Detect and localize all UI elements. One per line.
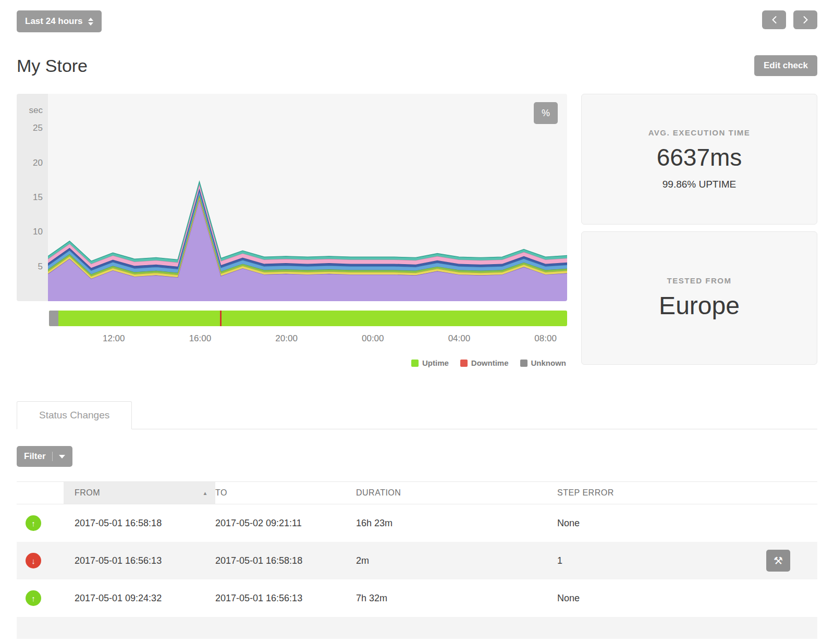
stacked-area-chart xyxy=(48,94,567,301)
area-series xyxy=(48,182,567,264)
tested-from-value: Europe xyxy=(659,291,740,320)
y-axis: sec 252015105 xyxy=(17,94,48,301)
cell-step-error: None xyxy=(557,593,760,604)
status-changes-table: FROM ▲ TO DURATION STEP ERROR ↑ 2017-05-… xyxy=(17,481,817,617)
tested-from-label: TESTED FROM xyxy=(667,276,732,285)
cell-to: 2017-05-02 09:21:11 xyxy=(215,518,356,529)
chevron-right-icon xyxy=(803,16,808,24)
x-tick-label: 04:00 xyxy=(448,333,471,344)
caret-down-icon xyxy=(59,455,65,459)
cell-from: 2017-05-01 09:24:32 xyxy=(64,593,215,604)
area-series xyxy=(48,184,567,268)
legend-label: Uptime xyxy=(422,358,449,367)
response-time-chart: sec 252015105 % xyxy=(17,94,567,301)
chart-plot-area: % xyxy=(48,94,567,301)
tested-from-card: TESTED FROM Europe xyxy=(581,231,817,365)
time-range-selector[interactable]: Last 24 hours xyxy=(17,10,102,32)
legend-item-uptime: Uptime xyxy=(411,358,449,367)
cell-duration: 2m xyxy=(356,555,557,566)
table-row[interactable]: ↑ 2017-05-01 16:58:18 2017-05-02 09:21:1… xyxy=(17,504,817,542)
chevron-left-icon xyxy=(771,16,777,24)
cell-step-error: None xyxy=(557,518,760,529)
column-header-from[interactable]: FROM ▲ xyxy=(64,482,215,504)
area-series-line xyxy=(48,182,567,262)
time-nav xyxy=(762,10,817,29)
prev-period-button[interactable] xyxy=(762,10,786,29)
x-axis: 12:0016:0020:0000:0004:0008:00 xyxy=(49,333,567,347)
status-down-icon: ↓ xyxy=(26,553,41,568)
y-tick-label: 25 xyxy=(33,123,43,133)
legend-label: Downtime xyxy=(471,358,509,367)
uptime-swatch-icon xyxy=(411,360,419,367)
column-header-duration[interactable]: DURATION xyxy=(356,488,557,498)
y-tick-label: 20 xyxy=(33,158,43,168)
cell-duration: 16h 23m xyxy=(356,518,557,529)
area-series-line xyxy=(48,184,567,264)
cell-from: 2017-05-01 16:56:13 xyxy=(64,555,215,566)
cell-duration: 7h 32m xyxy=(356,593,557,604)
uptime-timeline-bar[interactable] xyxy=(49,311,567,326)
y-tick-label: 10 xyxy=(33,227,43,237)
filter-button[interactable]: Filter xyxy=(17,446,72,467)
table-row-partial xyxy=(17,617,817,639)
chart-column: sec 252015105 % 12:0016:0020:0000:0004:0… xyxy=(17,94,567,367)
column-label: FROM xyxy=(75,488,100,498)
action-cell: ⚒ xyxy=(760,550,817,572)
filter-area: Filter xyxy=(17,446,817,467)
tab-bar: Status Changes xyxy=(17,401,817,429)
unknown-segment xyxy=(49,311,58,326)
cell-step-error: 1 xyxy=(557,555,760,566)
page-title: My Store xyxy=(17,56,88,76)
cell-to: 2017-05-01 16:58:18 xyxy=(215,555,356,566)
updown-sort-icon xyxy=(88,18,93,26)
table-header-row: FROM ▲ TO DURATION STEP ERROR xyxy=(17,481,817,504)
status-cell: ↑ xyxy=(17,590,64,606)
legend-label: Unknown xyxy=(531,358,567,367)
unknown-swatch-icon xyxy=(520,360,528,367)
cell-to: 2017-05-01 16:56:13 xyxy=(215,593,356,604)
area-series xyxy=(48,199,567,301)
status-cell: ↑ xyxy=(17,515,64,531)
avg-execution-card: AVG. EXECUTION TIME 6637ms 99.86% UPTIME xyxy=(581,94,817,225)
table-row[interactable]: ↓ 2017-05-01 16:56:13 2017-05-01 16:58:1… xyxy=(17,542,817,579)
button-divider xyxy=(52,452,53,461)
avg-execution-value: 6637ms xyxy=(657,143,742,171)
downtime-marker xyxy=(220,311,222,326)
status-up-icon: ↑ xyxy=(26,590,41,606)
x-tick-label: 08:00 xyxy=(534,333,557,344)
filter-label: Filter xyxy=(24,451,46,462)
stats-column: AVG. EXECUTION TIME 6637ms 99.86% UPTIME… xyxy=(581,94,817,367)
column-header-step-error[interactable]: STEP ERROR xyxy=(557,488,760,498)
column-header-to[interactable]: TO xyxy=(215,488,356,498)
y-axis-unit-label: sec xyxy=(29,105,43,116)
downtime-swatch-icon xyxy=(460,360,468,367)
x-tick-label: 00:00 xyxy=(362,333,384,344)
time-range-label: Last 24 hours xyxy=(25,16,83,27)
sort-asc-icon: ▲ xyxy=(203,490,208,496)
uptime-percentage: 99.86% UPTIME xyxy=(663,179,737,190)
table-row[interactable]: ↑ 2017-05-01 09:24:32 2017-05-01 16:56:1… xyxy=(17,579,817,617)
chart-legend: Uptime Downtime Unknown xyxy=(17,358,567,367)
tools-icon: ⚒ xyxy=(774,554,783,567)
percent-toggle-button[interactable]: % xyxy=(534,102,558,124)
x-tick-label: 12:00 xyxy=(103,333,125,344)
next-period-button[interactable] xyxy=(793,10,817,29)
main-area: sec 252015105 % 12:0016:0020:0000:0004:0… xyxy=(17,94,817,367)
root-cause-analysis-button[interactable]: ⚒ xyxy=(766,550,790,572)
cell-from: 2017-05-01 16:58:18 xyxy=(64,518,215,529)
page-header: My Store Edit check xyxy=(0,55,834,76)
x-tick-label: 16:00 xyxy=(189,333,212,344)
top-bar: Last 24 hours xyxy=(0,0,834,32)
edit-check-button[interactable]: Edit check xyxy=(754,55,817,76)
tab-status-changes[interactable]: Status Changes xyxy=(17,401,132,429)
status-cell: ↓ xyxy=(17,553,64,568)
avg-execution-label: AVG. EXECUTION TIME xyxy=(648,128,751,137)
status-up-icon: ↑ xyxy=(26,515,41,531)
x-tick-label: 20:00 xyxy=(275,333,298,344)
area-series-line xyxy=(48,189,567,268)
y-tick-label: 5 xyxy=(38,262,43,272)
y-tick-label: 15 xyxy=(33,192,43,203)
legend-item-unknown: Unknown xyxy=(520,358,567,367)
legend-item-downtime: Downtime xyxy=(460,358,509,367)
